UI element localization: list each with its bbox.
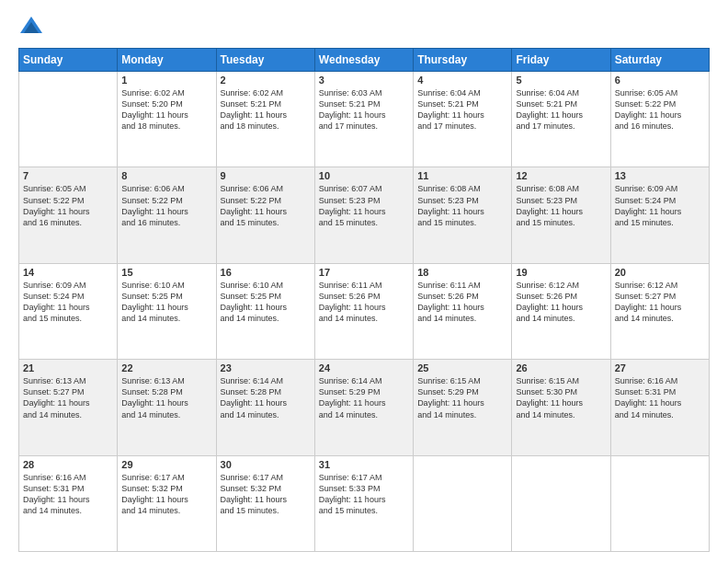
day-number: 12 [516, 170, 606, 181]
day-number: 15 [121, 267, 211, 278]
day-info: Sunrise: 6:14 AM Sunset: 5:29 PM Dayligh… [319, 375, 409, 420]
day-number: 26 [516, 362, 606, 373]
logo [18, 15, 48, 40]
weekday-header-wednesday: Wednesday [314, 49, 413, 72]
week-row-3: 14Sunrise: 6:09 AM Sunset: 5:24 PM Dayli… [19, 263, 710, 359]
day-info: Sunrise: 6:05 AM Sunset: 5:22 PM Dayligh… [615, 87, 705, 132]
day-number: 25 [417, 362, 507, 373]
day-info: Sunrise: 6:11 AM Sunset: 5:26 PM Dayligh… [319, 280, 409, 325]
calendar-cell: 29Sunrise: 6:17 AM Sunset: 5:32 PM Dayli… [118, 455, 216, 551]
day-number: 21 [23, 362, 113, 373]
calendar-cell: 2Sunrise: 6:02 AM Sunset: 5:21 PM Daylig… [216, 72, 314, 167]
day-number: 13 [615, 170, 705, 181]
logo-icon [18, 15, 44, 40]
calendar-cell [19, 72, 118, 167]
day-info: Sunrise: 6:06 AM Sunset: 5:22 PM Dayligh… [121, 183, 211, 228]
day-info: Sunrise: 6:04 AM Sunset: 5:21 PM Dayligh… [417, 87, 507, 132]
calendar-cell: 26Sunrise: 6:15 AM Sunset: 5:30 PM Dayli… [512, 360, 610, 455]
calendar-cell [414, 455, 512, 551]
weekday-header-saturday: Saturday [610, 49, 709, 72]
day-number: 19 [516, 267, 606, 278]
calendar-cell: 22Sunrise: 6:13 AM Sunset: 5:28 PM Dayli… [118, 360, 216, 455]
calendar-cell: 25Sunrise: 6:15 AM Sunset: 5:29 PM Dayli… [414, 360, 512, 455]
calendar-cell: 17Sunrise: 6:11 AM Sunset: 5:26 PM Dayli… [314, 263, 413, 359]
day-info: Sunrise: 6:04 AM Sunset: 5:21 PM Dayligh… [516, 87, 606, 132]
day-number: 29 [121, 459, 211, 470]
calendar-cell: 31Sunrise: 6:17 AM Sunset: 5:33 PM Dayli… [314, 455, 413, 551]
weekday-header-tuesday: Tuesday [216, 49, 314, 72]
day-info: Sunrise: 6:11 AM Sunset: 5:26 PM Dayligh… [417, 280, 507, 325]
calendar-cell: 4Sunrise: 6:04 AM Sunset: 5:21 PM Daylig… [414, 72, 512, 167]
day-info: Sunrise: 6:12 AM Sunset: 5:26 PM Dayligh… [516, 280, 606, 325]
day-info: Sunrise: 6:17 AM Sunset: 5:32 PM Dayligh… [121, 472, 211, 517]
calendar-cell [512, 455, 610, 551]
day-number: 8 [121, 170, 211, 181]
day-info: Sunrise: 6:17 AM Sunset: 5:33 PM Dayligh… [319, 472, 409, 517]
calendar-cell: 15Sunrise: 6:10 AM Sunset: 5:25 PM Dayli… [118, 263, 216, 359]
day-info: Sunrise: 6:15 AM Sunset: 5:29 PM Dayligh… [417, 375, 507, 420]
weekday-header-monday: Monday [118, 49, 216, 72]
day-info: Sunrise: 6:15 AM Sunset: 5:30 PM Dayligh… [516, 375, 606, 420]
calendar-cell: 13Sunrise: 6:09 AM Sunset: 5:24 PM Dayli… [610, 167, 709, 263]
calendar-cell: 18Sunrise: 6:11 AM Sunset: 5:26 PM Dayli… [414, 263, 512, 359]
weekday-header-row: SundayMondayTuesdayWednesdayThursdayFrid… [19, 49, 710, 72]
calendar-table: SundayMondayTuesdayWednesdayThursdayFrid… [18, 48, 710, 552]
week-row-5: 28Sunrise: 6:16 AM Sunset: 5:31 PM Dayli… [19, 455, 710, 551]
day-info: Sunrise: 6:10 AM Sunset: 5:25 PM Dayligh… [121, 280, 211, 325]
day-number: 24 [319, 362, 409, 373]
calendar-cell: 1Sunrise: 6:02 AM Sunset: 5:20 PM Daylig… [118, 72, 216, 167]
day-number: 18 [417, 267, 507, 278]
calendar-cell: 24Sunrise: 6:14 AM Sunset: 5:29 PM Dayli… [314, 360, 413, 455]
day-number: 22 [121, 362, 211, 373]
day-info: Sunrise: 6:17 AM Sunset: 5:32 PM Dayligh… [221, 472, 311, 517]
day-info: Sunrise: 6:08 AM Sunset: 5:23 PM Dayligh… [516, 183, 606, 228]
day-number: 2 [221, 75, 311, 86]
calendar-cell: 21Sunrise: 6:13 AM Sunset: 5:27 PM Dayli… [19, 360, 118, 455]
day-number: 30 [221, 459, 311, 470]
day-number: 16 [221, 267, 311, 278]
calendar-cell [610, 455, 709, 551]
calendar-cell: 6Sunrise: 6:05 AM Sunset: 5:22 PM Daylig… [610, 72, 709, 167]
day-number: 3 [319, 75, 409, 86]
calendar-cell: 14Sunrise: 6:09 AM Sunset: 5:24 PM Dayli… [19, 263, 118, 359]
week-row-4: 21Sunrise: 6:13 AM Sunset: 5:27 PM Dayli… [19, 360, 710, 455]
day-number: 4 [417, 75, 507, 86]
weekday-header-thursday: Thursday [414, 49, 512, 72]
day-number: 1 [121, 75, 211, 86]
day-number: 6 [615, 75, 705, 86]
day-info: Sunrise: 6:03 AM Sunset: 5:21 PM Dayligh… [319, 87, 409, 132]
day-number: 28 [23, 459, 113, 470]
day-info: Sunrise: 6:13 AM Sunset: 5:27 PM Dayligh… [23, 375, 113, 420]
calendar-cell: 27Sunrise: 6:16 AM Sunset: 5:31 PM Dayli… [610, 360, 709, 455]
weekday-header-friday: Friday [512, 49, 610, 72]
day-number: 14 [23, 267, 113, 278]
weekday-header-sunday: Sunday [19, 49, 118, 72]
day-number: 10 [319, 170, 409, 181]
week-row-2: 7Sunrise: 6:05 AM Sunset: 5:22 PM Daylig… [19, 167, 710, 263]
day-info: Sunrise: 6:12 AM Sunset: 5:27 PM Dayligh… [615, 280, 705, 325]
calendar-cell: 7Sunrise: 6:05 AM Sunset: 5:22 PM Daylig… [19, 167, 118, 263]
calendar-cell: 19Sunrise: 6:12 AM Sunset: 5:26 PM Dayli… [512, 263, 610, 359]
header [18, 15, 710, 40]
calendar-cell: 11Sunrise: 6:08 AM Sunset: 5:23 PM Dayli… [414, 167, 512, 263]
calendar-cell: 20Sunrise: 6:12 AM Sunset: 5:27 PM Dayli… [610, 263, 709, 359]
calendar-cell: 16Sunrise: 6:10 AM Sunset: 5:25 PM Dayli… [216, 263, 314, 359]
day-info: Sunrise: 6:09 AM Sunset: 5:24 PM Dayligh… [615, 183, 705, 228]
calendar-cell: 12Sunrise: 6:08 AM Sunset: 5:23 PM Dayli… [512, 167, 610, 263]
day-info: Sunrise: 6:16 AM Sunset: 5:31 PM Dayligh… [615, 375, 705, 420]
calendar-cell: 5Sunrise: 6:04 AM Sunset: 5:21 PM Daylig… [512, 72, 610, 167]
day-info: Sunrise: 6:10 AM Sunset: 5:25 PM Dayligh… [221, 280, 311, 325]
day-number: 31 [319, 459, 409, 470]
day-info: Sunrise: 6:02 AM Sunset: 5:21 PM Dayligh… [221, 87, 311, 132]
day-info: Sunrise: 6:05 AM Sunset: 5:22 PM Dayligh… [23, 183, 113, 228]
day-info: Sunrise: 6:13 AM Sunset: 5:28 PM Dayligh… [121, 375, 211, 420]
day-number: 23 [221, 362, 311, 373]
day-number: 7 [23, 170, 113, 181]
calendar-cell: 3Sunrise: 6:03 AM Sunset: 5:21 PM Daylig… [314, 72, 413, 167]
page: SundayMondayTuesdayWednesdayThursdayFrid… [0, 0, 728, 563]
calendar-cell: 23Sunrise: 6:14 AM Sunset: 5:28 PM Dayli… [216, 360, 314, 455]
calendar-cell: 9Sunrise: 6:06 AM Sunset: 5:22 PM Daylig… [216, 167, 314, 263]
calendar-cell: 10Sunrise: 6:07 AM Sunset: 5:23 PM Dayli… [314, 167, 413, 263]
day-number: 27 [615, 362, 705, 373]
day-info: Sunrise: 6:16 AM Sunset: 5:31 PM Dayligh… [23, 472, 113, 517]
